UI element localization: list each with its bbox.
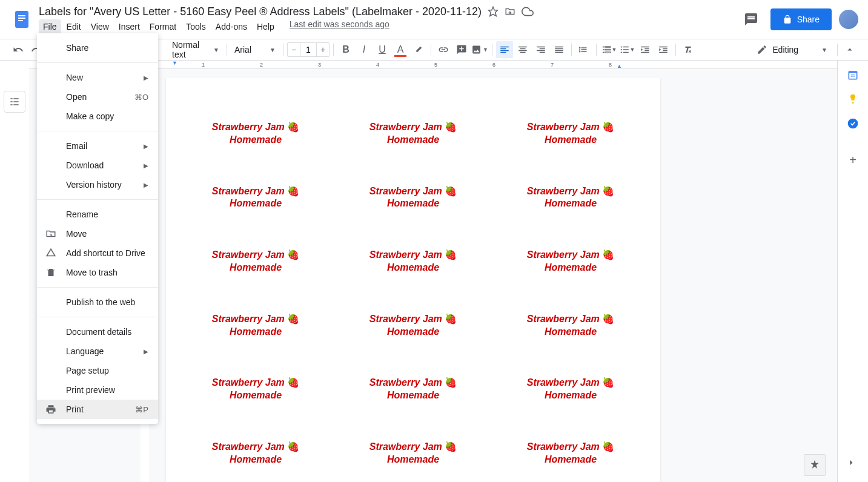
label-cell: Strawberry Jam 🍓Homemade	[183, 441, 328, 466]
insert-comment-button[interactable]	[453, 41, 470, 58]
file-menu-details[interactable]: Document details	[37, 322, 158, 342]
last-edit-link[interactable]: Last edit was seconds ago	[290, 19, 389, 34]
share-button[interactable]: Share	[770, 8, 832, 30]
file-menu-share[interactable]: Share	[37, 38, 158, 58]
file-menu-new[interactable]: New▶	[37, 68, 158, 87]
submenu-arrow-icon: ▶	[144, 74, 148, 81]
collapse-toolbar-button[interactable]	[841, 41, 858, 58]
menu-view[interactable]: View	[87, 19, 113, 34]
menu-file[interactable]: File	[39, 19, 61, 34]
checklist-button[interactable]: ▼	[600, 41, 617, 58]
svg-marker-4	[489, 7, 498, 16]
menu-edit[interactable]: Edit	[62, 19, 85, 34]
label-cell: Strawberry Jam 🍓Homemade	[498, 377, 643, 402]
document-outline-button[interactable]	[4, 91, 25, 113]
document-page: Strawberry Jam 🍓HomemadeStrawberry Jam 🍓…	[166, 78, 660, 482]
ruler-right-indent-marker[interactable]: ▲	[617, 63, 622, 69]
label-cell: Strawberry Jam 🍓Homemade	[340, 185, 486, 211]
file-menu-page-setup[interactable]: Page setup	[37, 361, 158, 380]
font-family-dropdown[interactable]: Arial▼	[231, 41, 279, 58]
menu-tools[interactable]: Tools	[182, 19, 210, 34]
file-menu-print-preview[interactable]: Print preview	[37, 380, 158, 400]
label-cell: Strawberry Jam 🍓Homemade	[340, 441, 486, 466]
comments-button[interactable]	[739, 7, 763, 31]
label-cell: Strawberry Jam 🍓Homemade	[340, 249, 486, 274]
svg-rect-3	[18, 20, 23, 21]
text-color-button[interactable]: A	[392, 41, 409, 58]
label-cell: Strawberry Jam 🍓Homemade	[340, 121, 486, 147]
file-menu-print[interactable]: Print⌘P	[37, 400, 158, 419]
menu-format[interactable]: Format	[145, 19, 181, 34]
keep-addon-icon[interactable]	[847, 93, 859, 105]
print-icon	[45, 404, 56, 415]
label-cell: Strawberry Jam 🍓Homemade	[183, 249, 328, 274]
label-cell: Strawberry Jam 🍓Homemade	[498, 441, 643, 466]
add-addon-button[interactable]: +	[847, 154, 859, 166]
submenu-arrow-icon: ▶	[144, 348, 148, 355]
align-justify-button[interactable]	[551, 41, 568, 58]
document-title[interactable]: Labels for "Avery US Letter - 5160 Easy …	[39, 5, 482, 18]
file-menu-trash[interactable]: Move to trash	[37, 263, 158, 282]
label-cell: Strawberry Jam 🍓Homemade	[183, 185, 328, 211]
highlight-color-button[interactable]	[410, 41, 427, 58]
side-panel-collapse-button[interactable]	[845, 457, 857, 471]
file-menu-email[interactable]: Email▶	[37, 136, 158, 156]
menu-help[interactable]: Help	[253, 19, 279, 34]
file-menu-language[interactable]: Language▶	[37, 342, 158, 361]
menu-addons[interactable]: Add-ons	[211, 19, 251, 34]
user-avatar[interactable]	[839, 10, 858, 29]
insert-image-button[interactable]: ▼	[471, 41, 488, 58]
label-cell: Strawberry Jam 🍓Homemade	[498, 121, 643, 147]
svg-rect-2	[18, 18, 25, 19]
file-menu-rename[interactable]: Rename	[37, 205, 158, 224]
file-menu-download[interactable]: Download▶	[37, 156, 158, 175]
move-folder-icon[interactable]	[505, 6, 515, 17]
editing-mode-dropdown[interactable]: Editing ▼	[750, 41, 833, 58]
align-right-button[interactable]	[532, 41, 549, 58]
font-size-increase[interactable]: +	[317, 43, 329, 56]
ruler-left-indent-marker[interactable]: ▼	[172, 61, 177, 66]
label-cell: Strawberry Jam 🍓Homemade	[340, 313, 486, 338]
file-menu-make-copy[interactable]: Make a copy	[37, 107, 158, 126]
label-cell: Strawberry Jam 🍓Homemade	[340, 377, 486, 402]
svg-point-6	[620, 49, 621, 50]
submenu-arrow-icon: ▶	[144, 182, 148, 188]
undo-button[interactable]	[10, 41, 27, 58]
label-cell: Strawberry Jam 🍓Homemade	[183, 313, 328, 338]
clear-formatting-button[interactable]	[680, 41, 697, 58]
svg-text:31: 31	[850, 73, 855, 78]
file-menu-add-shortcut[interactable]: Add shortcut to Drive	[37, 243, 158, 263]
increase-indent-button[interactable]	[655, 41, 672, 58]
font-size-decrease[interactable]: −	[288, 43, 300, 56]
align-center-button[interactable]	[514, 41, 531, 58]
calendar-addon-icon[interactable]: 31	[847, 69, 859, 81]
submenu-arrow-icon: ▶	[144, 162, 148, 169]
label-cell: Strawberry Jam 🍓Homemade	[498, 313, 643, 338]
label-cell: Strawberry Jam 🍓Homemade	[183, 121, 328, 147]
line-spacing-button[interactable]	[575, 41, 592, 58]
italic-button[interactable]: I	[356, 41, 373, 58]
align-left-button[interactable]	[496, 41, 513, 58]
file-menu-version-history[interactable]: Version history▶	[37, 175, 158, 194]
paragraph-style-dropdown[interactable]: Normal text▼	[168, 41, 223, 58]
underline-button[interactable]: U	[374, 41, 391, 58]
drive-shortcut-icon	[45, 248, 56, 259]
font-size-input[interactable]	[300, 43, 317, 56]
share-label: Share	[797, 15, 820, 24]
move-icon	[45, 228, 56, 239]
tasks-addon-icon[interactable]	[847, 117, 859, 130]
docs-logo-icon[interactable]	[10, 7, 34, 31]
cloud-status-icon[interactable]	[522, 5, 534, 18]
menu-insert[interactable]: Insert	[114, 19, 144, 34]
decrease-indent-button[interactable]	[637, 41, 654, 58]
star-icon[interactable]	[488, 6, 499, 17]
bulleted-list-button[interactable]: ▼	[618, 41, 635, 58]
explore-button[interactable]	[804, 454, 826, 476]
insert-link-button[interactable]	[435, 41, 452, 58]
file-menu-open[interactable]: Open⌘O	[37, 87, 158, 107]
label-cell: Strawberry Jam 🍓Homemade	[183, 377, 328, 402]
svg-rect-0	[15, 11, 28, 28]
file-menu-move[interactable]: Move	[37, 224, 158, 243]
bold-button[interactable]: B	[337, 41, 354, 58]
file-menu-publish[interactable]: Publish to the web	[37, 292, 158, 312]
